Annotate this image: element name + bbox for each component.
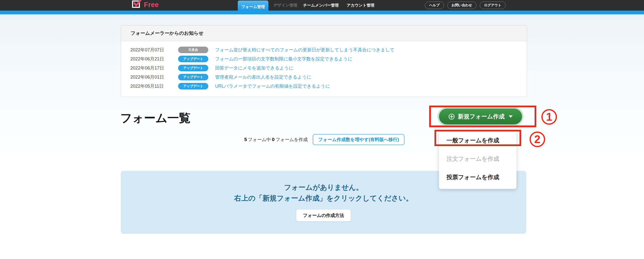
tab-design-management[interactable]: デザイン管理	[273, 0, 297, 11]
menu-item-order-form: 注文フォームを作成	[439, 150, 516, 168]
page-title: フォーム一覧	[120, 110, 190, 126]
create-form-dropdown-menu: 一般フォームを作成 注文フォームを作成 投票フォームを作成	[439, 129, 516, 189]
annotation-step-1-number: 1	[546, 111, 552, 123]
logo-plan-label: Free	[144, 1, 159, 9]
announcement-date: 2022年06月01日	[130, 74, 178, 80]
annotation-step-2-number: 2	[534, 133, 540, 146]
announcement-link[interactable]: URLパラメータでフォームの初期値を設定できるように	[215, 83, 330, 89]
announcement-row: 2022年07月07日 不具合 フォーム並び替え時にすべてのフォームの更新日が更…	[121, 45, 527, 54]
announcement-row: 2022年05月11日 アップデート URLパラメータでフォームの初期値を設定で…	[121, 82, 527, 91]
announcement-row: 2022年06月21日 アップデート フォームの一部項目の文字数制限に最小文字数…	[121, 54, 527, 63]
announcement-date: 2022年06月17日	[130, 65, 178, 71]
top-navbar: Free フォーム管理 デザイン管理 チームメンバー管理 アカウント管理 ヘルプ…	[0, 0, 644, 11]
form-counter-text: 5フォーム中0フォームを作成	[243, 137, 308, 143]
badge-update: アップデート	[178, 65, 208, 71]
form-counter-label1: フォーム中	[248, 137, 271, 142]
tab-team-member-management[interactable]: チームメンバー管理	[303, 0, 339, 11]
announcements-panel: フォームメーラーからのお知らせ 2022年07月07日 不具合 フォーム並び替え…	[121, 25, 527, 97]
new-form-create-button[interactable]: 新規フォーム作成	[439, 109, 522, 124]
badge-bug: 不具合	[178, 47, 208, 53]
announcement-link[interactable]: 管理者宛メールの差出人名を設定できるように	[215, 74, 311, 80]
page: Free フォーム管理 デザイン管理 チームメンバー管理 アカウント管理 ヘルプ…	[0, 0, 644, 259]
announcement-row: 2022年06月01日 アップデート 管理者宛メールの差出人名を設定できるように	[121, 73, 527, 82]
how-to-create-form-button[interactable]: フォームの作成方法	[296, 209, 351, 221]
form-counter-total: 5	[244, 137, 247, 142]
announcement-row: 2022年06月17日 アップデート 回答データにメモを追加できるように	[121, 63, 527, 73]
contact-button[interactable]: お問い合わせ	[447, 2, 476, 9]
caret-down-icon	[509, 115, 513, 118]
badge-update: アップデート	[178, 83, 208, 89]
help-button[interactable]: ヘルプ	[425, 2, 444, 9]
announcement-date: 2022年06月21日	[130, 56, 178, 62]
empty-state-line2: 右上の「新規フォーム作成」をクリックしてください。	[121, 193, 526, 204]
form-counter-created: 0	[272, 137, 275, 142]
announcement-date: 2022年07月07日	[130, 47, 178, 53]
badge-update: アップデート	[178, 74, 208, 80]
increase-form-limit-button[interactable]: フォーム作成数を増やす(有料版へ移行)	[313, 134, 405, 145]
form-counter-label2: フォームを作成	[275, 137, 308, 142]
menu-item-general-form[interactable]: 一般フォームを作成	[439, 131, 516, 150]
menu-item-vote-form[interactable]: 投票フォームを作成	[439, 168, 516, 186]
announcement-link[interactable]: 回答データにメモを追加できるように	[215, 65, 293, 71]
announcements-title: フォームメーラーからのお知らせ	[121, 25, 527, 41]
checkmark-envelope-icon	[131, 0, 142, 12]
annotation-step-1-marker: 1	[541, 109, 557, 125]
announcement-link[interactable]: フォームの一部項目の文字数制限に最小文字数を設定できるように	[215, 56, 352, 62]
app-logo[interactable]: Free	[131, 0, 159, 11]
announcement-link[interactable]: フォーム並び替え時にすべてのフォームの更新日が更新してしまう不具合につきまして	[215, 47, 394, 53]
new-form-create-label: 新規フォーム作成	[458, 113, 505, 120]
logout-button[interactable]: ログアウト	[480, 2, 506, 9]
tab-account-management[interactable]: アカウント管理	[347, 0, 374, 11]
annotation-step-2-marker: 2	[530, 132, 545, 147]
badge-update: アップデート	[178, 56, 208, 62]
announcement-date: 2022年05月11日	[130, 83, 178, 89]
plus-circle-icon	[448, 113, 455, 120]
announcements-list: 2022年07月07日 不具合 フォーム並び替え時にすべてのフォームの更新日が更…	[121, 41, 527, 94]
navbar-utility-group: ヘルプ お問い合わせ ログアウト	[425, 0, 506, 11]
tab-form-management[interactable]: フォーム管理	[238, 1, 268, 14]
accent-strip	[0, 11, 644, 14]
